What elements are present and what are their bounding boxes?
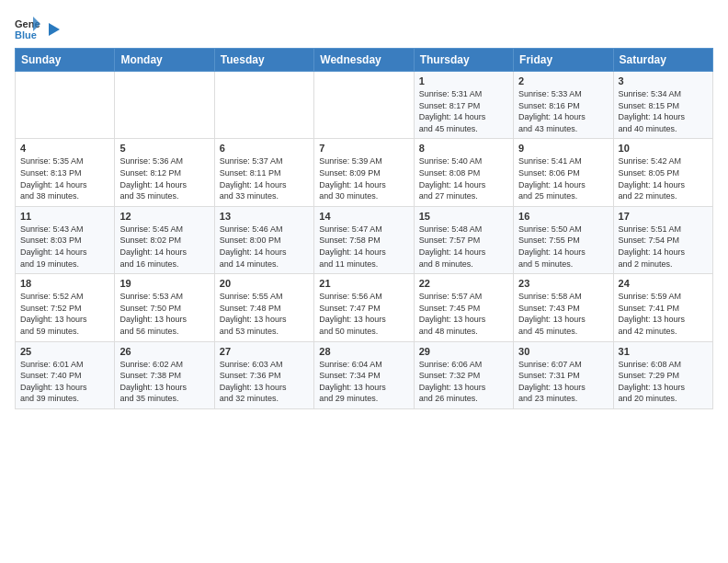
day-info: Sunrise: 5:43 AM Sunset: 8:03 PM Dayligh… [20, 224, 109, 270]
day-number: 17 [619, 211, 708, 222]
calendar-cell: 27Sunrise: 6:03 AM Sunset: 7:36 PM Dayli… [214, 341, 313, 408]
calendar-cell: 19Sunrise: 5:53 AM Sunset: 7:50 PM Dayli… [115, 274, 214, 341]
calendar-cell: 17Sunrise: 5:51 AM Sunset: 7:54 PM Dayli… [613, 206, 712, 273]
day-info: Sunrise: 6:07 AM Sunset: 7:31 PM Dayligh… [518, 359, 608, 405]
calendar-cell: 26Sunrise: 6:02 AM Sunset: 7:38 PM Dayli… [115, 341, 214, 408]
day-number: 7 [319, 143, 408, 154]
weekday-saturday: Saturday [613, 49, 712, 72]
weekday-thursday: Thursday [414, 49, 513, 72]
calendar-week-5: 25Sunrise: 6:01 AM Sunset: 7:40 PM Dayli… [16, 341, 713, 408]
day-info: Sunrise: 5:36 AM Sunset: 8:12 PM Dayligh… [119, 155, 209, 201]
calendar-cell: 11Sunrise: 5:43 AM Sunset: 8:03 PM Dayli… [16, 206, 115, 273]
calendar-cell: 13Sunrise: 5:46 AM Sunset: 8:00 PM Dayli… [214, 206, 313, 273]
day-info: Sunrise: 6:02 AM Sunset: 7:38 PM Dayligh… [119, 359, 209, 405]
calendar-week-4: 18Sunrise: 5:52 AM Sunset: 7:52 PM Dayli… [16, 274, 713, 341]
day-info: Sunrise: 5:51 AM Sunset: 7:54 PM Dayligh… [619, 224, 708, 270]
svg-text:Blue: Blue [15, 29, 37, 40]
day-info: Sunrise: 5:53 AM Sunset: 7:50 PM Dayligh… [119, 291, 209, 337]
day-number: 4 [20, 143, 109, 154]
calendar-cell: 12Sunrise: 5:45 AM Sunset: 8:02 PM Dayli… [115, 206, 214, 273]
day-info: Sunrise: 5:57 AM Sunset: 7:45 PM Dayligh… [419, 291, 508, 337]
calendar-cell: 3Sunrise: 5:34 AM Sunset: 8:15 PM Daylig… [613, 72, 712, 139]
day-number: 24 [619, 278, 708, 289]
weekday-monday: Monday [115, 49, 214, 72]
calendar-cell [214, 72, 313, 139]
calendar-cell: 1Sunrise: 5:31 AM Sunset: 8:17 PM Daylig… [414, 72, 513, 139]
day-info: Sunrise: 5:40 AM Sunset: 8:08 PM Dayligh… [419, 155, 508, 201]
day-info: Sunrise: 6:01 AM Sunset: 7:40 PM Dayligh… [20, 359, 109, 405]
calendar-cell: 7Sunrise: 5:39 AM Sunset: 8:09 PM Daylig… [314, 139, 414, 206]
weekday-sunday: Sunday [16, 49, 115, 72]
day-info: Sunrise: 5:45 AM Sunset: 8:02 PM Dayligh… [119, 224, 209, 270]
day-info: Sunrise: 6:03 AM Sunset: 7:36 PM Dayligh… [220, 359, 309, 405]
day-info: Sunrise: 5:55 AM Sunset: 7:48 PM Dayligh… [220, 291, 309, 337]
calendar-cell: 24Sunrise: 5:59 AM Sunset: 7:41 PM Dayli… [613, 274, 712, 341]
calendar-cell: 14Sunrise: 5:47 AM Sunset: 7:58 PM Dayli… [314, 206, 414, 273]
day-info: Sunrise: 5:50 AM Sunset: 7:55 PM Dayligh… [518, 224, 608, 270]
day-info: Sunrise: 5:35 AM Sunset: 8:13 PM Dayligh… [20, 155, 109, 201]
day-info: Sunrise: 5:59 AM Sunset: 7:41 PM Dayligh… [619, 291, 708, 337]
day-info: Sunrise: 5:48 AM Sunset: 7:57 PM Dayligh… [419, 224, 508, 270]
day-info: Sunrise: 5:56 AM Sunset: 7:47 PM Dayligh… [319, 291, 408, 337]
logo: General Blue [15, 15, 63, 40]
day-number: 2 [518, 75, 608, 86]
svg-marker-3 [49, 23, 60, 36]
calendar-cell: 23Sunrise: 5:58 AM Sunset: 7:43 PM Dayli… [514, 274, 613, 341]
day-info: Sunrise: 5:58 AM Sunset: 7:43 PM Dayligh… [518, 291, 608, 337]
day-info: Sunrise: 5:52 AM Sunset: 7:52 PM Dayligh… [20, 291, 109, 337]
calendar-cell: 25Sunrise: 6:01 AM Sunset: 7:40 PM Dayli… [16, 341, 115, 408]
logo-icon: General Blue [15, 15, 40, 40]
day-number: 6 [220, 143, 309, 154]
weekday-friday: Friday [514, 49, 613, 72]
calendar-cell [314, 72, 414, 139]
day-info: Sunrise: 5:31 AM Sunset: 8:17 PM Dayligh… [419, 88, 508, 134]
calendar-cell: 28Sunrise: 6:04 AM Sunset: 7:34 PM Dayli… [314, 341, 414, 408]
calendar-table: SundayMondayTuesdayWednesdayThursdayFrid… [15, 48, 713, 409]
calendar-cell: 31Sunrise: 6:08 AM Sunset: 7:29 PM Dayli… [613, 341, 712, 408]
day-number: 20 [220, 278, 309, 289]
calendar-cell: 29Sunrise: 6:06 AM Sunset: 7:32 PM Dayli… [414, 341, 513, 408]
day-number: 29 [419, 346, 508, 357]
calendar-cell: 30Sunrise: 6:07 AM Sunset: 7:31 PM Dayli… [514, 341, 613, 408]
weekday-wednesday: Wednesday [314, 49, 414, 72]
calendar-cell: 5Sunrise: 5:36 AM Sunset: 8:12 PM Daylig… [115, 139, 214, 206]
day-number: 13 [220, 211, 309, 222]
day-number: 26 [119, 346, 209, 357]
day-number: 19 [119, 278, 209, 289]
day-info: Sunrise: 5:47 AM Sunset: 7:58 PM Dayligh… [319, 224, 408, 270]
day-number: 16 [518, 211, 608, 222]
day-info: Sunrise: 5:46 AM Sunset: 8:00 PM Dayligh… [220, 224, 309, 270]
day-number: 28 [319, 346, 408, 357]
day-number: 21 [319, 278, 408, 289]
calendar-cell: 2Sunrise: 5:33 AM Sunset: 8:16 PM Daylig… [514, 72, 613, 139]
day-number: 12 [119, 211, 209, 222]
day-info: Sunrise: 5:33 AM Sunset: 8:16 PM Dayligh… [518, 88, 608, 134]
calendar-week-2: 4Sunrise: 5:35 AM Sunset: 8:13 PM Daylig… [16, 139, 713, 206]
day-number: 8 [419, 143, 508, 154]
calendar-cell: 16Sunrise: 5:50 AM Sunset: 7:55 PM Dayli… [514, 206, 613, 273]
day-number: 14 [319, 211, 408, 222]
day-number: 1 [419, 75, 508, 86]
calendar-cell: 10Sunrise: 5:42 AM Sunset: 8:05 PM Dayli… [613, 139, 712, 206]
weekday-tuesday: Tuesday [214, 49, 313, 72]
calendar-cell: 6Sunrise: 5:37 AM Sunset: 8:11 PM Daylig… [214, 139, 313, 206]
calendar-cell: 15Sunrise: 5:48 AM Sunset: 7:57 PM Dayli… [414, 206, 513, 273]
page-header: General Blue [15, 15, 713, 40]
day-info: Sunrise: 5:37 AM Sunset: 8:11 PM Dayligh… [220, 155, 309, 201]
day-number: 31 [619, 346, 708, 357]
calendar-body: 1Sunrise: 5:31 AM Sunset: 8:17 PM Daylig… [16, 72, 713, 409]
day-number: 3 [619, 75, 708, 86]
day-info: Sunrise: 5:42 AM Sunset: 8:05 PM Dayligh… [619, 155, 708, 201]
day-number: 10 [619, 143, 708, 154]
calendar-cell: 21Sunrise: 5:56 AM Sunset: 7:47 PM Dayli… [314, 274, 414, 341]
calendar-week-3: 11Sunrise: 5:43 AM Sunset: 8:03 PM Dayli… [16, 206, 713, 273]
calendar-cell: 9Sunrise: 5:41 AM Sunset: 8:06 PM Daylig… [514, 139, 613, 206]
day-number: 27 [220, 346, 309, 357]
day-info: Sunrise: 6:04 AM Sunset: 7:34 PM Dayligh… [319, 359, 408, 405]
day-number: 11 [20, 211, 109, 222]
calendar-cell: 18Sunrise: 5:52 AM Sunset: 7:52 PM Dayli… [16, 274, 115, 341]
calendar-week-1: 1Sunrise: 5:31 AM Sunset: 8:17 PM Daylig… [16, 72, 713, 139]
day-info: Sunrise: 6:06 AM Sunset: 7:32 PM Dayligh… [419, 359, 508, 405]
calendar-cell [16, 72, 115, 139]
day-number: 23 [518, 278, 608, 289]
